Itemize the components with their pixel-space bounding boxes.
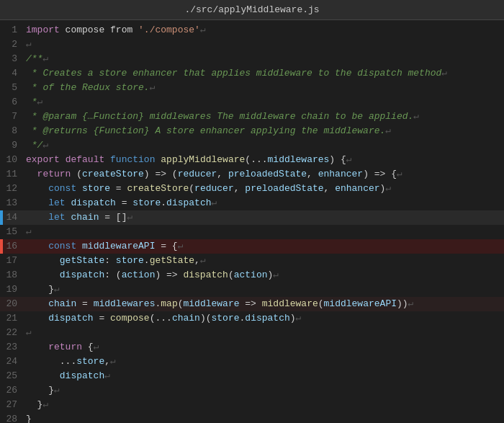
line-number: 3	[0, 52, 26, 66]
code-line: 1import compose from './compose'↵	[0, 23, 504, 37]
code-line: 3/**↵	[0, 52, 504, 66]
line-content: * Creates a store enhancer that applies …	[26, 66, 504, 81]
line-number: 1	[0, 23, 26, 37]
line-content: /**↵	[26, 52, 504, 66]
line-content: let chain = []↵	[26, 210, 504, 225]
code-line: 11 return (createStore) => (reducer, pre…	[0, 167, 504, 182]
code-line: 17 getState: store.getState,↵	[0, 254, 504, 268]
code-line: 20 chain = middlewares.map(middleware =>…	[0, 297, 504, 311]
line-number: 7	[0, 110, 26, 124]
line-content: return {↵	[26, 340, 504, 355]
line-number: 28	[0, 412, 26, 423]
line-content: }↵	[26, 398, 504, 412]
line-number: 16	[0, 239, 26, 254]
code-line: 13 let dispatch = store.dispatch↵	[0, 196, 504, 210]
line-number: 5	[0, 81, 26, 95]
line-content: ↵	[26, 225, 504, 239]
line-content: dispatch↵	[26, 369, 504, 383]
line-content: chain = middlewares.map(middleware => mi…	[26, 297, 504, 311]
code-line: 23 return {↵	[0, 340, 504, 355]
code-line: 21 dispatch = compose(...chain)(store.di…	[0, 311, 504, 326]
line-number: 23	[0, 340, 26, 355]
code-line: 7 * @param {…Function} middlewares The m…	[0, 110, 504, 124]
line-content: getState: store.getState,↵	[26, 254, 504, 268]
code-line: 24 ...store,↵	[0, 355, 504, 369]
line-number: 18	[0, 268, 26, 282]
line-number: 25	[0, 369, 26, 383]
line-number: 2	[0, 37, 26, 52]
line-number: 13	[0, 196, 26, 210]
line-content: export default function applyMiddleware(…	[26, 153, 504, 167]
line-number: 15	[0, 225, 26, 239]
line-content: * @param {…Function} middlewares The mid…	[26, 110, 504, 124]
line-number: 24	[0, 355, 26, 369]
code-line: 28}	[0, 412, 504, 423]
line-content: return (createStore) => (reducer, preloa…	[26, 167, 504, 182]
line-number: 21	[0, 311, 26, 326]
line-content: const middlewareAPI = {↵	[26, 239, 504, 254]
line-number: 11	[0, 167, 26, 182]
line-content: dispatch = compose(...chain)(store.dispa…	[26, 311, 504, 326]
code-line: 6 *↵	[0, 95, 504, 110]
line-content: dispatch: (action) => dispatch(action)↵	[26, 268, 504, 282]
line-content: * of the Redux store.↵	[26, 81, 504, 95]
line-number: 12	[0, 182, 26, 196]
line-content: const store = createStore(reducer, prelo…	[26, 182, 504, 196]
code-line: 4 * Creates a store enhancer that applie…	[0, 66, 504, 81]
line-number: 10	[0, 153, 26, 167]
line-content: }↵	[26, 282, 504, 297]
title-bar: ./src/applyMiddleware.js	[0, 0, 504, 20]
file-title: ./src/applyMiddleware.js	[184, 4, 319, 15]
line-number: 4	[0, 66, 26, 81]
line-content: }↵	[26, 383, 504, 398]
line-content: ↵	[26, 37, 504, 52]
line-number: 22	[0, 326, 26, 340]
line-content: *↵	[26, 95, 504, 110]
code-line: 14 let chain = []↵	[0, 210, 504, 225]
code-line: 15↵	[0, 225, 504, 239]
code-line: 8 * @returns {Function} A store enhancer…	[0, 124, 504, 138]
code-line: 9 */↵	[0, 138, 504, 153]
line-number: 6	[0, 95, 26, 110]
code-line: 26 }↵	[0, 383, 504, 398]
code-line: 12 const store = createStore(reducer, pr…	[0, 182, 504, 196]
line-number: 8	[0, 124, 26, 138]
code-line: 5 * of the Redux store.↵	[0, 81, 504, 95]
line-number: 17	[0, 254, 26, 268]
code-line: 16 const middlewareAPI = {↵	[0, 239, 504, 254]
code-line: 10export default function applyMiddlewar…	[0, 153, 504, 167]
line-number: 20	[0, 297, 26, 311]
code-line: 2↵	[0, 37, 504, 52]
code-line: 18 dispatch: (action) => dispatch(action…	[0, 268, 504, 282]
code-line: 22↵	[0, 326, 504, 340]
line-content: import compose from './compose'↵	[26, 23, 504, 37]
line-content: ...store,↵	[26, 355, 504, 369]
line-number: 19	[0, 282, 26, 297]
code-line: 27 }↵	[0, 398, 504, 412]
line-content: ↵	[26, 326, 504, 340]
line-content: */↵	[26, 138, 504, 153]
line-number: 26	[0, 383, 26, 398]
line-number: 27	[0, 398, 26, 412]
code-line: 25 dispatch↵	[0, 369, 504, 383]
line-content: * @returns {Function} A store enhancer a…	[26, 124, 504, 138]
line-content: }	[26, 412, 504, 423]
code-line: 19 }↵	[0, 282, 504, 297]
code-container: 1import compose from './compose'↵2↵3/**↵…	[0, 20, 504, 423]
line-number: 14	[0, 210, 26, 225]
line-content: let dispatch = store.dispatch↵	[26, 196, 504, 210]
line-number: 9	[0, 138, 26, 153]
